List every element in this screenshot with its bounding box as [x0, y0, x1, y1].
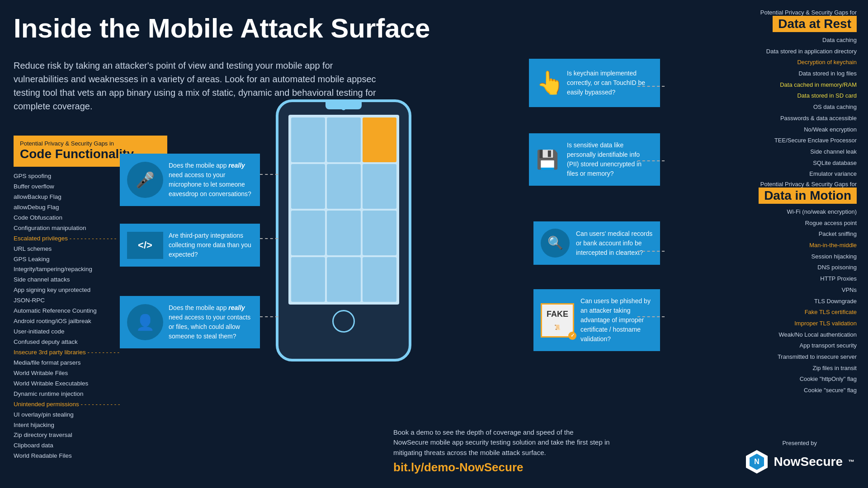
svg-text:N: N	[754, 458, 760, 465]
list-item: Transmitted to insecure server	[667, 352, 857, 363]
microphone-question: Does the mobile app really need access t…	[169, 161, 253, 199]
list-item: Wi-Fi (no/weak encryption)	[667, 206, 857, 218]
list-item: Media/file format parsers	[14, 358, 208, 368]
connector-dar-pii	[637, 160, 665, 161]
connector-thirdparty	[260, 238, 278, 239]
list-item: OS data caching	[667, 102, 857, 113]
list-item: Side channel leak	[667, 146, 857, 158]
main-title: Inside the Mobile Attack Surface	[14, 14, 430, 43]
data-in-motion-small-label: Potential Privacy & Security Gaps for	[667, 181, 857, 188]
search-icon: 🔍	[541, 229, 570, 258]
phone-container	[276, 99, 411, 371]
list-item: Data caching	[667, 35, 857, 46]
list-item: Weak/No Local authentication	[667, 329, 857, 341]
list-item: TLS Downgrade	[667, 296, 857, 307]
phone-home-button[interactable]	[332, 310, 355, 333]
connector-contacts	[260, 316, 278, 317]
cta-link[interactable]: bit.ly/demo-NowSecure	[393, 460, 610, 474]
data-in-motion-header: Potential Privacy & Security Gaps for Da…	[667, 181, 857, 204]
list-item: Data stored in log files	[667, 68, 857, 80]
list-item: Rogue access point	[667, 218, 857, 229]
data-in-motion-big-label: Data in Motion	[759, 188, 857, 204]
pii-question: Is sensitive data like personally identi…	[567, 141, 653, 178]
medical-card: 🔍 Can users' medical records or bank acc…	[533, 221, 660, 265]
presented-by-label: Presented by	[745, 440, 855, 446]
thirdparty-question: Are third-party integrations collecting …	[169, 231, 253, 259]
list-item: Code Obfuscation	[14, 213, 208, 223]
data-in-motion-list: Wi-Fi (no/weak encryption) Rogue access …	[667, 206, 857, 396]
nowsecure-logo-section: Presented by N NowSecure™	[745, 440, 855, 474]
list-item: Clipboard data	[14, 441, 208, 451]
fingerprint-card: 👆 Is keychain implemented correctly, or …	[529, 59, 660, 107]
data-at-rest-big-label: Data at Rest	[773, 16, 857, 32]
code-icon: </>	[127, 232, 163, 259]
list-item: Packet sniffing	[667, 229, 857, 240]
phishing-card: FAKE 📜 ✓ Can users be phished by an atta…	[533, 289, 660, 351]
list-item: Passwords & data accessible	[667, 113, 857, 124]
data-in-motion-section: Potential Privacy & Security Gaps for Da…	[667, 181, 857, 396]
connector-dim-phishing	[637, 316, 665, 317]
phone-screen-highlight	[363, 117, 396, 162]
list-item-decryption: Decryption of keychain	[667, 57, 857, 68]
phone-screen	[288, 115, 399, 305]
list-item-3rdparty: Insecure 3rd party libraries - - - - - -…	[14, 347, 208, 358]
list-item: SQLite database	[667, 158, 857, 169]
data-at-rest-list: Data caching Data stored in application …	[667, 35, 857, 180]
connector-mic	[260, 174, 278, 175]
list-item: World Writable Executables	[14, 379, 208, 389]
list-item-sdcard: Data stored in SD card	[667, 90, 857, 102]
data-at-rest-header: Potential Privacy & Security Gaps for Da…	[667, 9, 857, 32]
list-item: VPNs	[667, 285, 857, 296]
fingerprint-question: Is keychain implemented correctly, or ca…	[567, 69, 653, 97]
list-item: App transport security	[667, 340, 857, 352]
list-item-unintended: Unintended permissions - - - - - - - - -…	[14, 399, 208, 410]
list-item: App signing key unprotected	[14, 285, 208, 296]
fake-cert-icon: FAKE 📜 ✓	[541, 303, 574, 338]
list-item: Zip files in transit	[667, 363, 857, 374]
thirdparty-callout: </> Are third-party integrations collect…	[120, 224, 260, 267]
list-item: Emulator variance	[667, 169, 857, 180]
data-at-rest-small-label: Potential Privacy & Security Gaps for	[667, 9, 857, 16]
list-item: Cookie "httpOnly" flag	[667, 374, 857, 385]
contacts-question: Does the mobile app really need access t…	[169, 303, 253, 341]
pii-card: 💾 Is sensitive data like personally iden…	[529, 133, 660, 186]
list-item: Side channel attacks	[14, 275, 208, 285]
bottom-cta: Book a demo to see the depth of coverage…	[393, 427, 610, 475]
code-functionality-small-label: Potential Privacy & Security Gaps in	[20, 140, 161, 147]
person-icon: 👤	[127, 304, 163, 340]
microphone-callout: 🎤 Does the mobile app really need access…	[120, 154, 260, 206]
medical-question: Can users' medical records or bank accou…	[576, 229, 653, 258]
data-at-rest-section: Potential Privacy & Security Gaps for Da…	[667, 9, 857, 180]
list-item: Cookie "secure" flag	[667, 385, 857, 396]
list-item-ram: Data cached in memory/RAM	[667, 80, 857, 91]
list-item-improper-tls: Improper TLS validation	[667, 318, 857, 329]
list-item: No/Weak encryption	[667, 124, 857, 136]
list-item: Zip directory traversal	[14, 430, 208, 441]
chip-icon: 💾	[536, 146, 561, 173]
list-item: Dynamic runtime injection	[14, 389, 208, 399]
list-item: World Writable Files	[14, 368, 208, 379]
list-item: Intent hijacking	[14, 420, 208, 431]
list-item: TEE/Secure Enclave Processor	[667, 135, 857, 146]
phone-camera	[341, 106, 346, 110]
nowsecure-brand: N NowSecure™	[745, 449, 855, 474]
contacts-callout: 👤 Does the mobile app really need access…	[120, 296, 260, 348]
list-item-fake-tls: Fake TLS certificate	[667, 307, 857, 318]
list-item: UI overlay/pin stealing	[14, 410, 208, 420]
microphone-icon: 🎤	[127, 162, 163, 198]
nowsecure-hexagon-icon: N	[745, 449, 769, 474]
list-item: Data stored in application directory	[667, 46, 857, 57]
phishing-question: Can users be phished by an attacker taki…	[580, 296, 653, 344]
list-item: World Readable Files	[14, 451, 208, 461]
cta-text: Book a demo to see the depth of coverage…	[393, 427, 610, 458]
list-item: Session hijacking	[667, 251, 857, 263]
connector-dar-fingerprint	[637, 86, 665, 87]
fingerprint-icon: 👆	[536, 66, 561, 100]
list-item-mitm: Man-in-the-middle	[667, 240, 857, 251]
list-item: HTTP Proxies	[667, 273, 857, 285]
list-item: DNS poisoning	[667, 262, 857, 273]
connector-dim-medical	[637, 251, 665, 252]
phone-body	[276, 99, 411, 361]
